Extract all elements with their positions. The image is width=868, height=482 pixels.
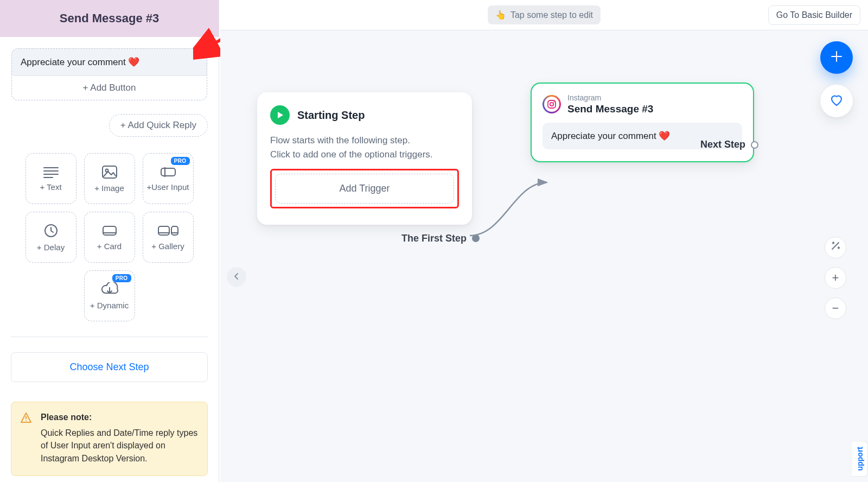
zoom-out-button[interactable]: − [825,297,846,319]
message-bubble[interactable]: Appreciate your comment ❤️ [11,48,207,75]
message-block[interactable]: Appreciate your comment ❤️ + Add Button [11,48,208,101]
minus-icon: − [832,301,839,315]
note-body: Quick Replies and Date/Time reply types … [41,427,199,465]
channel-label: Instagram [567,93,653,102]
node-title: Starting Step [297,109,365,122]
desc-line-2: Click to add one of the optional trigger… [270,148,459,162]
tool-label: + Text [40,182,61,192]
wand-icon [830,240,841,255]
svg-point-18 [25,420,27,421]
add-button[interactable]: + Add Button [11,75,207,100]
tool-label: +User Input [147,182,189,192]
svg-rect-13 [158,226,169,235]
sidebar-content: Appreciate your comment ❤️ + Add Button … [0,37,219,482]
choose-next-step-button[interactable]: Choose Next Step [11,352,208,382]
add-trigger-button[interactable]: Add Trigger [275,174,454,204]
content-toolbox: + Text + Image PRO [11,153,208,321]
node-header: Starting Step [270,105,459,125]
collapse-sidebar-button[interactable] [227,267,246,287]
auto-layout-button[interactable] [825,237,846,258]
note-title: Please note: [41,411,199,423]
sidebar: Send Message #3 Appreciate your comment … [0,0,219,482]
stage[interactable]: + − upport Starting Step Flow starts wit… [220,30,868,482]
tool-label: + Delay [37,243,65,252]
output-label: Next Step [700,139,745,150]
svg-rect-8 [161,168,175,176]
play-icon [270,105,290,125]
tool-label: + Card [97,242,122,251]
node-title: Send Message #3 [567,103,653,115]
node-description: Flow starts with the following step. Cli… [270,134,459,162]
goto-basic-builder-button[interactable]: Go To Basic Builder [768,5,860,25]
tool-delay[interactable]: + Delay [25,212,76,263]
node-starting-step[interactable]: Starting Step Flow starts with the follo… [257,92,472,225]
warning-icon [20,412,32,427]
svg-marker-21 [278,112,283,118]
output-label: The First Step [401,233,467,244]
tool-card[interactable]: + Card [84,212,135,263]
pro-badge: PRO [112,274,131,282]
svg-point-24 [553,102,554,103]
svg-point-23 [550,103,553,106]
node-header: Instagram Send Message #3 [542,93,742,115]
hint-text: Tap some step to edit [510,10,593,20]
instagram-icon [542,95,561,113]
input-icon [160,166,176,178]
tool-gallery[interactable]: + Gallery [143,212,194,263]
edit-hint: 👆 Tap some step to edit [488,5,601,24]
add-trigger-highlight: Add Trigger [270,169,459,208]
tool-dynamic[interactable]: PRO + Dynamic [84,270,135,321]
add-quick-reply-button[interactable]: + Add Quick Reply [109,114,208,137]
cloud-download-icon [101,282,118,296]
tool-image[interactable]: + Image [84,153,135,204]
tool-label: + Image [94,183,124,193]
svg-rect-15 [171,226,178,235]
tap-emoji-icon: 👆 [495,10,506,20]
top-bar: 👆 Tap some step to edit Go To Basic Buil… [220,0,868,30]
zoom-in-button[interactable]: + [825,267,846,289]
output-port-icon[interactable] [472,234,480,242]
svg-rect-11 [103,226,116,235]
first-step-output[interactable]: The First Step [401,233,480,244]
plus-icon: + [832,271,839,285]
card-icon [101,224,118,237]
quick-reply-wrap: + Add Quick Reply [11,114,208,137]
tool-user-input[interactable]: PRO +User Input [143,153,194,204]
divider [11,337,208,337]
image-icon [101,165,118,179]
clock-icon [43,223,59,238]
node-send-message-3[interactable]: Instagram Send Message #3 Appreciate you… [531,83,754,162]
tool-label: + Gallery [151,242,184,251]
node-heading: Instagram Send Message #3 [567,93,653,115]
favorite-fab[interactable] [820,85,853,117]
output-port-icon[interactable] [751,141,758,149]
plus-icon [829,49,844,66]
next-step-output[interactable]: Next Step [700,139,758,150]
warning-note: Please note: Quick Replies and Date/Time… [11,402,208,476]
pro-badge: PRO [171,157,190,165]
panel-title: Send Message #3 [0,0,219,37]
svg-rect-6 [103,166,117,178]
chevron-left-icon [233,271,240,283]
heart-outline-icon [829,92,844,110]
tool-text[interactable]: + Text [25,153,76,204]
support-tab[interactable]: upport [852,441,868,477]
flow-canvas[interactable]: 👆 Tap some step to edit Go To Basic Buil… [220,0,868,482]
text-lines-icon [43,166,59,178]
gallery-icon [157,224,179,237]
tool-label: + Dynamic [90,301,129,310]
desc-line-1: Flow starts with the following step. [270,134,459,148]
add-step-fab[interactable] [820,41,853,74]
